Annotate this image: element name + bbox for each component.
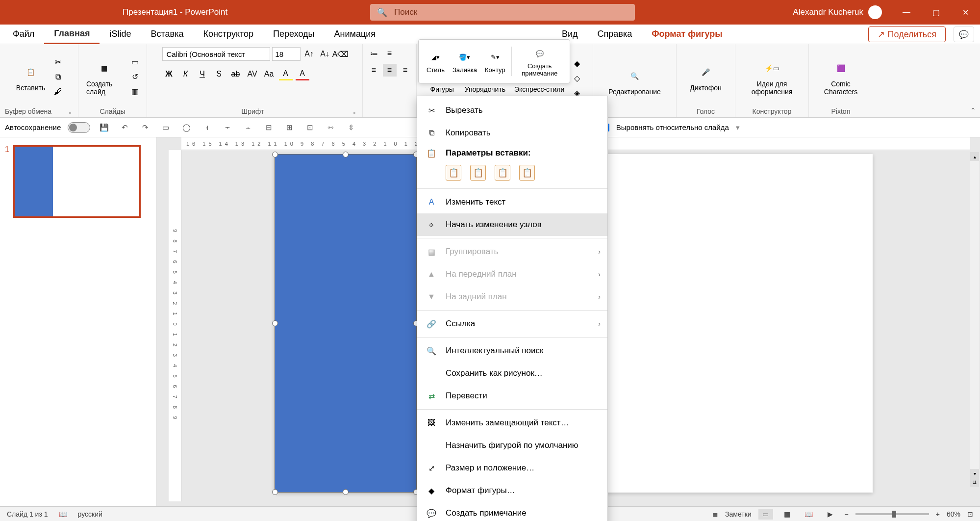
maximize-icon[interactable]: ▢ (921, 0, 951, 25)
ctx-link[interactable]: 🔗 Ссылка › (417, 313, 607, 335)
tab-help[interactable]: Справка (588, 25, 642, 43)
qat-align5-icon[interactable]: ⊞ (282, 121, 296, 134)
design-ideas-button[interactable]: ⚡▭ Идеи для оформления (740, 56, 804, 98)
ctx-smart-lookup[interactable]: 🔍 Интеллектуальный поиск (417, 339, 607, 362)
minimize-icon[interactable]: — (892, 0, 921, 25)
qat-align4-icon[interactable]: ⊟ (262, 121, 276, 134)
tab-shape-format[interactable]: Формат фигуры (642, 25, 732, 43)
paste-picture-icon[interactable]: 📋 (495, 165, 510, 181)
align-left-icon[interactable]: ≡ (367, 64, 381, 77)
mini-new-comment-button[interactable]: 💬 Создать примечание (514, 45, 566, 78)
comic-characters-button[interactable]: 🟪 Comic Characters (814, 56, 868, 98)
share-button[interactable]: ↗ Поделиться (868, 26, 946, 42)
spacing-icon[interactable]: AV (246, 68, 259, 80)
ctx-cut[interactable]: ✂ Вырезать (417, 99, 607, 122)
slide-indicator[interactable]: Слайд 1 из 1 (7, 510, 48, 518)
comments-pane-button[interactable]: 💬 (954, 26, 974, 42)
qat-shape2-icon[interactable]: ◯ (179, 121, 193, 134)
mini-fill-button[interactable]: 🪣▾ Заливка (449, 49, 481, 75)
format-painter-icon[interactable]: 🖌 (51, 86, 65, 98)
collapse-ribbon-icon[interactable]: ⌃ (970, 106, 976, 114)
shape-outline-icon[interactable]: ◇ (570, 73, 584, 84)
clipboard-launcher-icon[interactable]: ▫ (69, 109, 71, 116)
next-slide-icon[interactable]: ⇊ (970, 478, 979, 487)
qat-align2-icon[interactable]: ⫟ (221, 121, 234, 134)
qat-distribute-v-icon[interactable]: ⇳ (344, 121, 358, 134)
save-icon[interactable]: 💾 (97, 121, 111, 134)
paste-keep-source-icon[interactable]: 📋 (470, 165, 486, 181)
search-box[interactable]: 🔍 Поиск (370, 4, 635, 21)
cut-icon[interactable]: ✂ (51, 56, 65, 68)
spellcheck-icon[interactable]: 📖 (59, 510, 67, 518)
numbering-icon[interactable]: ≡ (383, 47, 397, 60)
shadow-icon[interactable]: S (212, 68, 226, 80)
resize-handle-tm[interactable] (343, 152, 349, 157)
ctx-alt-text[interactable]: 🖼 Изменить замещающий текст… (417, 412, 607, 434)
zoom-level[interactable]: 60% (947, 510, 960, 518)
tab-transitions[interactable]: Переходы (263, 25, 324, 43)
qat-align6-icon[interactable]: ⊡ (303, 121, 317, 134)
ctx-new-comment[interactable]: 💬 Создать примечание (417, 502, 607, 521)
ctx-edit-text[interactable]: A Изменить текст (417, 191, 607, 213)
close-icon[interactable]: ✕ (951, 0, 980, 25)
mini-outline-button[interactable]: ✎▾ Контур (481, 49, 509, 75)
editing-button[interactable]: 🔍 Редактирование (605, 64, 664, 98)
scroll-down-icon[interactable]: ▾ (970, 469, 979, 478)
undo-icon[interactable]: ↶ (118, 121, 131, 134)
align-center-icon[interactable]: ≡ (383, 64, 397, 77)
qat-shape1-icon[interactable]: ▭ (159, 121, 173, 134)
scroll-up-icon[interactable]: ▴ (970, 152, 979, 161)
normal-view-icon[interactable]: ▭ (758, 509, 773, 520)
qat-align3-icon[interactable]: ⫠ (241, 121, 255, 134)
copy-icon[interactable]: ⧉ (51, 71, 65, 83)
tab-file[interactable]: Файл (3, 25, 44, 43)
qat-dropdown-icon[interactable]: ▾ (736, 123, 740, 132)
resize-handle-bm[interactable] (343, 489, 349, 495)
italic-icon[interactable]: К (179, 68, 193, 80)
qat-distribute-h-icon[interactable]: ⇿ (324, 121, 337, 134)
slide-thumbnail-1[interactable] (13, 145, 141, 218)
font-name-input[interactable] (162, 47, 270, 61)
zoom-slider[interactable] (855, 513, 929, 515)
dictate-button[interactable]: 🎤 Диктофон (687, 60, 725, 94)
tab-insert[interactable]: Вставка (141, 25, 194, 43)
selected-rectangle-shape[interactable] (275, 154, 417, 493)
ctx-format-shape[interactable]: ◆ Формат фигуры… (417, 479, 607, 502)
zoom-in-icon[interactable]: + (936, 510, 940, 518)
tab-design[interactable]: Конструктор (193, 25, 263, 43)
section-icon[interactable]: ▥ (128, 86, 142, 98)
increase-font-icon[interactable]: A↑ (302, 48, 316, 60)
case-icon[interactable]: Aa (262, 68, 276, 80)
resize-handle-tl[interactable] (272, 152, 278, 157)
shape-fill-icon[interactable]: ◆ (570, 58, 584, 70)
underline-icon[interactable]: Ч (196, 68, 209, 80)
vertical-scrollbar[interactable]: ▴ ▾ ⇊ (970, 152, 979, 487)
bullets-icon[interactable]: ≔ (367, 47, 381, 60)
slide-sorter-icon[interactable]: ▦ (780, 509, 795, 520)
ctx-save-as-picture[interactable]: Сохранить как рисунок… (417, 362, 607, 385)
highlight-icon[interactable]: A (279, 68, 293, 80)
new-slide-button[interactable]: ▦ Создать слайд (83, 56, 125, 98)
reading-view-icon[interactable]: 📖 (802, 509, 816, 520)
slideshow-icon[interactable]: ▶ (823, 509, 838, 520)
align-right-icon[interactable]: ≡ (399, 64, 412, 77)
font-launcher-icon[interactable]: ▫ (353, 109, 355, 116)
ctx-set-default-shape[interactable]: Назначить фигурой по умолчанию (417, 434, 607, 457)
strike-icon[interactable]: ab (229, 68, 243, 80)
fit-to-window-icon[interactable]: ⊡ (967, 510, 973, 518)
ctx-edit-points[interactable]: ⟐ Начать изменение узлов (417, 213, 607, 236)
bold-icon[interactable]: Ж (162, 68, 176, 80)
layout-icon[interactable]: ▭ (128, 56, 142, 68)
font-size-input[interactable] (272, 47, 301, 61)
mini-style-button[interactable]: ◢▾ Стиль (423, 49, 449, 75)
autosave-toggle[interactable] (68, 122, 90, 133)
paste-use-destination-icon[interactable]: 📋 (446, 165, 461, 181)
resize-handle-ml[interactable] (272, 320, 278, 326)
tab-animations[interactable]: Анимация (325, 25, 386, 43)
zoom-out-icon[interactable]: − (845, 510, 849, 518)
qat-align1-icon[interactable]: ⫞ (200, 121, 214, 134)
language-indicator[interactable]: русский (78, 510, 102, 518)
paste-button[interactable]: 📋 Вставить (13, 60, 48, 94)
ctx-copy[interactable]: ⧉ Копировать (417, 122, 607, 144)
paste-text-only-icon[interactable]: 📋 (519, 165, 535, 181)
